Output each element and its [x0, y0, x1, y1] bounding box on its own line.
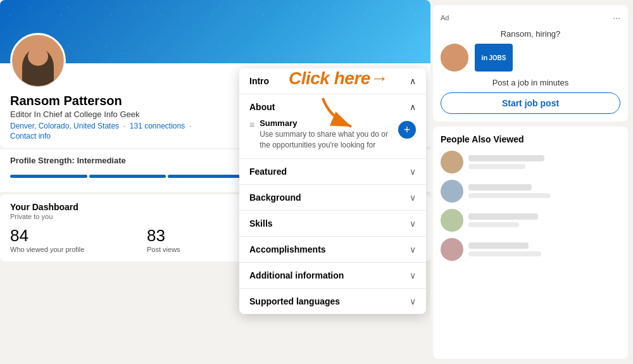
background-label: Background [249, 192, 301, 203]
ad-logo: in JOBS [475, 44, 513, 72]
right-sidebar: Ad ··· Ransom, hiring? in JOBS Post a jo… [430, 0, 633, 364]
dropdown-item-additional[interactable]: Additional information ∨ [239, 263, 426, 289]
about-label: About [249, 102, 275, 112]
about-chevron-icon: ∧ [410, 102, 416, 112]
person-avatar [441, 151, 463, 173]
person-title [468, 222, 519, 227]
seg-2 [89, 175, 166, 178]
start-job-post-button[interactable]: Start job post [441, 92, 620, 114]
accomplishments-chevron-icon: ∨ [410, 244, 416, 254]
ad-header: Ad ··· [441, 13, 620, 23]
intro-label: Intro [249, 76, 269, 86]
person-info [468, 242, 620, 256]
seg-3 [168, 175, 245, 178]
person-title [468, 164, 525, 169]
stat-number-views: 84 [10, 227, 139, 245]
ad-post-label: Post a job in minutes [441, 78, 620, 87]
click-here-text: Click here [289, 68, 370, 89]
dropdown-item-featured[interactable]: Featured ∨ [239, 159, 426, 185]
connections-link[interactable]: 131 connections [130, 122, 185, 130]
annotation-arrow-icon: → [370, 68, 388, 89]
dropdown-item-skills[interactable]: Skills ∨ [239, 211, 426, 237]
profile-banner [0, 0, 430, 63]
ad-more-icon[interactable]: ··· [613, 13, 620, 23]
ad-content: in JOBS [441, 44, 620, 72]
list-item[interactable] [441, 209, 620, 232]
ad-tagline: Ransom, hiring? [441, 29, 620, 39]
dropdown-item-languages[interactable]: Supported languages ∨ [239, 289, 426, 314]
featured-label: Featured [249, 166, 287, 177]
list-item[interactable] [441, 151, 620, 173]
additional-chevron-icon: ∨ [410, 270, 416, 280]
featured-chevron-icon: ∨ [410, 166, 416, 177]
main-area: Ransom Patterson Editor In Chief at Coll… [0, 0, 430, 364]
stat-label-views: Who viewed your profile [10, 245, 139, 254]
dropdown-item-background[interactable]: Background ∨ [239, 185, 426, 211]
skills-label: Skills [249, 218, 273, 229]
people-also-viewed-title: People Also Viewed [441, 134, 620, 144]
summary-add-button[interactable]: + [398, 121, 416, 139]
ad-label: Ad [441, 14, 449, 22]
person-info [468, 184, 620, 198]
avatar [10, 33, 66, 89]
person-title [468, 193, 551, 198]
person-avatar [441, 238, 463, 261]
additional-label: Additional information [249, 270, 344, 280]
seg-1 [10, 175, 87, 178]
ad-avatar [441, 44, 468, 72]
list-item[interactable] [441, 238, 620, 261]
accomplishments-label: Accomplishments [249, 244, 326, 254]
click-here-annotation: Click here → [289, 68, 388, 89]
drag-handle-icon: ≡ [249, 120, 254, 130]
skills-chevron-icon: ∨ [410, 218, 416, 229]
arrow-annotation [316, 92, 367, 139]
avatar-face [13, 35, 63, 86]
person-name [468, 242, 529, 249]
person-info [468, 213, 620, 227]
person-name [468, 155, 544, 161]
people-also-viewed-card: People Also Viewed [433, 127, 628, 359]
stat-profile-views[interactable]: 84 Who viewed your profile [10, 227, 147, 254]
person-name [468, 213, 538, 220]
languages-label: Supported languages [249, 296, 340, 306]
person-info [468, 155, 620, 169]
intro-chevron-icon: ∧ [410, 76, 416, 86]
person-avatar [441, 180, 463, 203]
person-name [468, 184, 532, 191]
languages-chevron-icon: ∨ [410, 296, 416, 306]
person-title [468, 251, 541, 256]
list-item[interactable] [441, 180, 620, 203]
ad-card: Ad ··· Ransom, hiring? in JOBS Post a jo… [433, 5, 628, 122]
person-avatar [441, 209, 463, 232]
dropdown-item-accomplishments[interactable]: Accomplishments ∨ [239, 237, 426, 263]
background-chevron-icon: ∨ [410, 192, 416, 203]
